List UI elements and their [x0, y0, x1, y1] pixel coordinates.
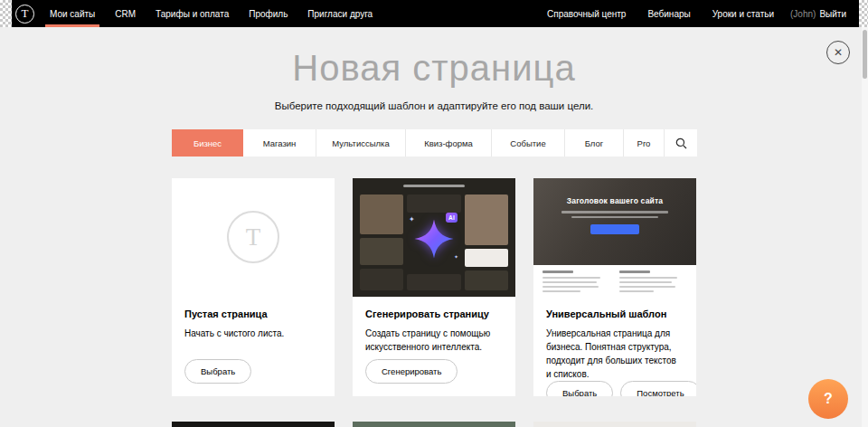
preview-text-line [542, 281, 597, 283]
template-card-partial[interactable] [353, 422, 515, 427]
template-grid: T Пустая страница Начать с чистого листа… [172, 178, 696, 396]
logout-link[interactable]: Выйти [819, 9, 846, 19]
sparkle-icon: ✦ [454, 254, 458, 260]
transparency-checker-left [0, 0, 12, 27]
search-icon [675, 138, 687, 149]
ai-sparkle-star-icon [413, 218, 455, 263]
preview-text-line [619, 286, 675, 288]
ai-badge: AI [446, 213, 458, 223]
card-body: Сгенерировать страницу Создать страницу … [353, 297, 515, 396]
nav-crm[interactable]: CRM [105, 0, 146, 27]
tab-shop[interactable]: Магазин [243, 129, 316, 157]
preview-photo-block [172, 422, 335, 427]
card-body: Пустая страница Начать с чистого листа. … [172, 297, 335, 396]
preview-blue-button [590, 224, 639, 234]
question-mark-icon: ? [824, 391, 833, 407]
tab-search[interactable] [665, 129, 697, 157]
preview-photo-block [407, 195, 461, 213]
nav-help-center[interactable]: Справочный центр [536, 0, 637, 27]
template-category-tabs: Бизнес Магазин Мультиссылка Квиз-форма С… [172, 129, 697, 157]
transparency-checker-right [859, 0, 868, 27]
scrollbar-thumb[interactable] [863, 30, 867, 79]
preview-text-line [619, 277, 677, 279]
template-card-partial[interactable] [533, 422, 696, 427]
tab-business[interactable]: Бизнес [172, 129, 243, 157]
nav-profile[interactable]: Профиль [239, 0, 297, 27]
user-logout[interactable]: (John) Выйти [785, 9, 859, 19]
preview-text-line [571, 216, 658, 219]
preview-photo-block [360, 238, 403, 265]
card-actions: Выбрать Посмотреть [546, 381, 684, 396]
nav-webinars[interactable]: Вебинары [637, 0, 701, 27]
card-description: Создать страницу с помощью искусственног… [365, 327, 503, 354]
tab-pro[interactable]: Pro [624, 129, 665, 157]
sparkle-icon: ✦ [409, 216, 415, 223]
card-title: Пустая страница [184, 308, 322, 319]
select-blank-button[interactable]: Выбрать [184, 359, 251, 384]
preview-text-line [403, 185, 465, 187]
help-button[interactable]: ? [808, 379, 848, 419]
preview-card-block [465, 249, 508, 267]
card-title: Универсальный шаблон [546, 308, 684, 319]
tilda-logo-letter: T [22, 6, 29, 21]
tab-event[interactable]: Событие [492, 129, 565, 157]
preview-text-line [619, 281, 672, 283]
tilda-logo[interactable]: T [15, 5, 34, 24]
nav-my-sites[interactable]: Мои сайты [40, 0, 105, 27]
preview-photo-block [353, 422, 515, 427]
tab-blog[interactable]: Блог [565, 129, 624, 157]
preview-photo-block [465, 270, 508, 290]
nav-tariffs[interactable]: Тарифы и оплата [146, 0, 239, 27]
preview-photo-block [360, 195, 403, 234]
tab-multilink[interactable]: Мультиссылка [316, 129, 406, 157]
preview-text-line [619, 290, 654, 292]
preview-text-line [542, 286, 599, 288]
blank-page-preview: T [172, 178, 335, 297]
preview-photo-block [465, 195, 508, 245]
close-button[interactable]: ✕ [826, 41, 850, 64]
user-name: (John) [790, 9, 816, 19]
preview-photo-block [407, 274, 461, 290]
universal-template-preview: Заголовок вашего сайта [533, 178, 696, 297]
preview-text-line [542, 277, 600, 279]
preview-text-column [542, 270, 610, 297]
preview-text-line [561, 211, 668, 214]
preview-hero-heading: Заголовок вашего сайта [567, 196, 664, 205]
preview-photo-block [533, 422, 696, 427]
tilda-circle-logo-letter: T [246, 223, 261, 251]
preview-text-line [542, 270, 573, 273]
nav-lessons[interactable]: Уроки и статьи [702, 0, 785, 27]
preview-text-line [542, 290, 580, 292]
template-grid-row2 [172, 422, 696, 427]
preview-photo-block [360, 269, 403, 290]
preview-hero: Заголовок вашего сайта [533, 178, 696, 265]
template-card-partial[interactable] [172, 422, 335, 427]
tab-quiz-form[interactable]: Квиз-форма [406, 129, 492, 157]
card-description: Универсальная страница для бизнеса. Поня… [546, 327, 684, 381]
view-universal-button[interactable]: Посмотреть [620, 381, 696, 396]
top-bar: T Мои сайты CRM Тарифы и оплата Профиль … [0, 0, 868, 27]
nav-invite-friend[interactable]: Пригласи друга [297, 0, 382, 27]
preview-text-section [533, 265, 696, 297]
scrollbar-track[interactable] [862, 27, 868, 427]
preview-text-line [619, 270, 650, 273]
preview-text-column [619, 270, 687, 297]
card-actions: Выбрать [184, 359, 322, 384]
main-nav: Мои сайты CRM Тарифы и оплата Профиль Пр… [40, 0, 382, 27]
template-card-ai-generate: ✦ ✦ AI Сгенерировать страницу Создать ст… [353, 178, 515, 396]
template-card-blank: T Пустая страница Начать с чистого листа… [172, 178, 335, 396]
page-title: Новая страница [0, 45, 868, 90]
card-title: Сгенерировать страницу [365, 308, 503, 319]
generate-button[interactable]: Сгенерировать [365, 359, 458, 384]
select-universal-button[interactable]: Выбрать [546, 381, 613, 396]
tilda-circle-logo-icon: T [227, 211, 279, 263]
card-body: Универсальный шаблон Универсальная стран… [533, 297, 696, 396]
card-description: Начать с чистого листа. [184, 327, 322, 340]
close-icon: ✕ [834, 47, 843, 58]
ai-generate-preview: ✦ ✦ AI [353, 178, 515, 297]
card-actions: Сгенерировать [365, 359, 503, 384]
page-subtitle: Выберите подходящий шаблон и адаптируйте… [0, 100, 868, 111]
template-card-universal: Заголовок вашего сайта [533, 178, 696, 396]
secondary-nav: Справочный центр Вебинары Уроки и статьи… [536, 0, 859, 27]
